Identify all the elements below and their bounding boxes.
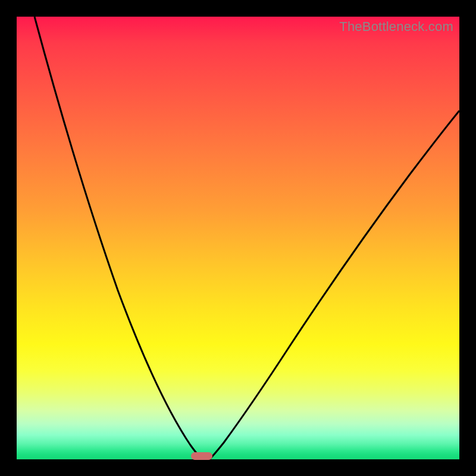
plot-area: TheBottleneck.com bbox=[17, 17, 459, 459]
curve-right-branch bbox=[210, 111, 459, 459]
bottleneck-curve bbox=[17, 17, 459, 459]
curve-left-branch bbox=[35, 17, 202, 459]
optimal-range-marker bbox=[191, 452, 212, 460]
chart-frame: TheBottleneck.com bbox=[0, 0, 476, 476]
